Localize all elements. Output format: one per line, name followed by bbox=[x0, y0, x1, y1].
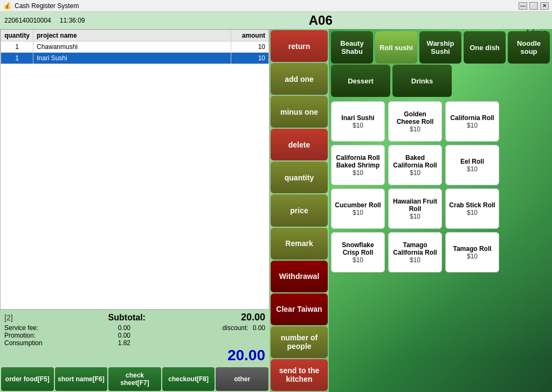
service-fee-value: 0.00 bbox=[118, 324, 130, 332]
consumption-value: 1.82 bbox=[118, 339, 130, 347]
header-amount: amount bbox=[231, 30, 269, 41]
item-count: [2] bbox=[4, 313, 13, 322]
menu-item-name: Snowflake Crisp Roll bbox=[335, 241, 381, 256]
category-warship-sushi[interactable]: Warship Sushi bbox=[419, 31, 461, 64]
menu-item[interactable]: Golden Cheese Roll $10 bbox=[388, 101, 442, 142]
order-food-button[interactable]: order food[F5] bbox=[1, 367, 54, 391]
menu-item-price: $10 bbox=[410, 256, 420, 264]
short-name-button[interactable]: short name[F6] bbox=[55, 367, 108, 391]
row-name: Inari Sushi bbox=[33, 53, 231, 64]
clear-taiwan-button[interactable]: Clear Taiwan bbox=[271, 293, 328, 325]
session-time: 11:36:09 bbox=[60, 17, 85, 24]
menu-item[interactable]: Baked California Roll $10 bbox=[388, 145, 442, 185]
main-content: quantity project name amount 1 Chawanmus… bbox=[0, 29, 552, 392]
menu-item-price: $10 bbox=[467, 165, 478, 173]
number-of-people-button[interactable]: number of people bbox=[271, 326, 328, 358]
close-button[interactable]: ✕ bbox=[540, 2, 549, 10]
service-fee-label: Service fee: bbox=[4, 324, 38, 332]
menu-item[interactable]: Tamago California Roll $10 bbox=[388, 232, 442, 272]
menu-item-price: $10 bbox=[353, 209, 363, 216]
menu-item-price: $10 bbox=[467, 122, 478, 129]
withdrawal-button[interactable]: Withdrawal bbox=[271, 261, 328, 292]
right-panel: Beauty Shabu Roll sushi Warship Sushi On… bbox=[329, 29, 552, 392]
fees-left: Service fee: 0.00 Promotion: 0.00 Consum… bbox=[4, 324, 130, 347]
footer-area: [2] Subtotal: 20.00 Service fee: 0.00 Pr… bbox=[0, 310, 270, 366]
table-id: A06 bbox=[93, 13, 548, 28]
menu-item-price: $10 bbox=[410, 213, 420, 220]
category-beauty-shabu[interactable]: Beauty Shabu bbox=[331, 31, 373, 64]
delete-button[interactable]: delete bbox=[271, 129, 328, 160]
menu-item[interactable]: Crab Stick Roll $10 bbox=[445, 188, 499, 229]
discount-value: 0.00 bbox=[253, 324, 265, 332]
menu-item[interactable]: Hawaiian Fruit Roll $10 bbox=[388, 188, 442, 229]
menu-item[interactable]: Inari Sushi $10 bbox=[331, 101, 385, 142]
info-bar: 2206140010004 11:36:09 A06 Admin bbox=[0, 12, 552, 29]
menu-item-name: Crab Stick Roll bbox=[449, 201, 495, 209]
consumption-label: Consumption bbox=[4, 339, 43, 347]
menu-item-price: $10 bbox=[353, 122, 363, 129]
menu-item-price: $10 bbox=[410, 169, 420, 177]
row-qty: 1 bbox=[1, 53, 33, 64]
category-row-1: Beauty Shabu Roll sushi Warship Sushi On… bbox=[331, 31, 550, 64]
order-table: quantity project name amount 1 Chawanmus… bbox=[1, 30, 269, 64]
menu-item-name: Tamago Roll bbox=[453, 245, 491, 253]
table-row[interactable]: 1 Chawanmushi 10 bbox=[1, 41, 269, 53]
menu-item-name: California Roll bbox=[450, 114, 494, 122]
menu-item-price: $10 bbox=[467, 209, 478, 216]
fees-right: discount: 0.00 bbox=[139, 324, 265, 347]
menu-item[interactable]: Cucumber Roll $10 bbox=[331, 188, 385, 229]
price-button[interactable]: price bbox=[271, 194, 328, 226]
add-one-button[interactable]: add one bbox=[271, 63, 328, 95]
left-panel: quantity project name amount 1 Chawanmus… bbox=[0, 29, 270, 392]
menu-item[interactable]: Snowflake Crisp Roll $10 bbox=[331, 232, 385, 272]
remark-button[interactable]: Remark bbox=[271, 228, 328, 260]
minus-one-button[interactable]: minus one bbox=[271, 96, 328, 128]
other-button[interactable]: other bbox=[216, 367, 268, 391]
menu-item-price: $10 bbox=[410, 125, 420, 133]
return-button[interactable]: return bbox=[271, 30, 328, 62]
category-dessert[interactable]: Dessert bbox=[331, 65, 390, 97]
subtotal-label: Subtotal: bbox=[108, 313, 146, 323]
header-name: project name bbox=[33, 30, 231, 41]
total-row: 20.00 bbox=[4, 347, 265, 364]
send-to-kitchen-button[interactable]: send to the kitchen bbox=[271, 359, 328, 391]
menu-item[interactable]: Tamago Roll $10 bbox=[445, 232, 499, 272]
quantity-button[interactable]: quantity bbox=[271, 162, 328, 193]
menu-item-name: Inari Sushi bbox=[341, 114, 374, 122]
category-noodle-soup[interactable]: Noodle soup bbox=[508, 31, 550, 64]
row-amount: 10 bbox=[231, 53, 269, 64]
subtotal-row: [2] Subtotal: 20.00 bbox=[4, 312, 265, 323]
minimize-button[interactable]: — bbox=[519, 2, 527, 10]
table-row[interactable]: 1 Inari Sushi 10 bbox=[1, 53, 269, 64]
discount-label: discount: bbox=[223, 324, 249, 332]
menu-item[interactable]: California Roll Baked Shrimp $10 bbox=[331, 145, 385, 185]
menu-grid: Inari Sushi $10 Golden Cheese Roll $10 C… bbox=[331, 98, 550, 276]
menu-item[interactable]: California Roll $10 bbox=[445, 101, 499, 142]
check-sheet-button[interactable]: check sheet[F7] bbox=[108, 367, 161, 391]
checkout-button[interactable]: checkout[F8] bbox=[162, 367, 215, 391]
promotion-value: 0.00 bbox=[118, 332, 130, 339]
promotion-label: Promotion: bbox=[4, 332, 36, 339]
bottom-buttons: order food[F5] short name[F6] check shee… bbox=[0, 366, 270, 392]
window-controls[interactable]: — ⬜ ✕ bbox=[519, 2, 549, 10]
menu-item-name: Tamago California Roll bbox=[392, 241, 438, 256]
menu-item-name: Golden Cheese Roll bbox=[392, 110, 438, 125]
maximize-button[interactable]: ⬜ bbox=[529, 2, 538, 10]
action-buttons-column: return add one minus one delete quantity… bbox=[270, 29, 329, 392]
category-roll-sushi[interactable]: Roll sushi bbox=[375, 31, 417, 64]
menu-item-name: Hawaiian Fruit Roll bbox=[392, 198, 438, 213]
menu-item-price: $10 bbox=[467, 253, 478, 260]
category-one-dish[interactable]: One dish bbox=[464, 31, 506, 64]
title-bar-left: 💰 Cash Register System bbox=[3, 2, 79, 10]
menu-item[interactable]: Eel Roll $10 bbox=[445, 145, 499, 185]
row-amount: 10 bbox=[231, 41, 269, 53]
menu-item-name: California Roll Baked Shrimp bbox=[335, 154, 381, 169]
session-id: 2206140010004 bbox=[4, 17, 51, 24]
app-icon: 💰 bbox=[3, 2, 11, 10]
menu-item-name: Eel Roll bbox=[460, 158, 484, 165]
category-drinks[interactable]: Drinks bbox=[392, 65, 452, 97]
menu-item-price: $10 bbox=[353, 169, 363, 177]
title-bar: 💰 Cash Register System — ⬜ ✕ bbox=[0, 0, 552, 12]
menu-item-name: Baked California Roll bbox=[392, 154, 438, 169]
app-title: Cash Register System bbox=[15, 2, 79, 10]
